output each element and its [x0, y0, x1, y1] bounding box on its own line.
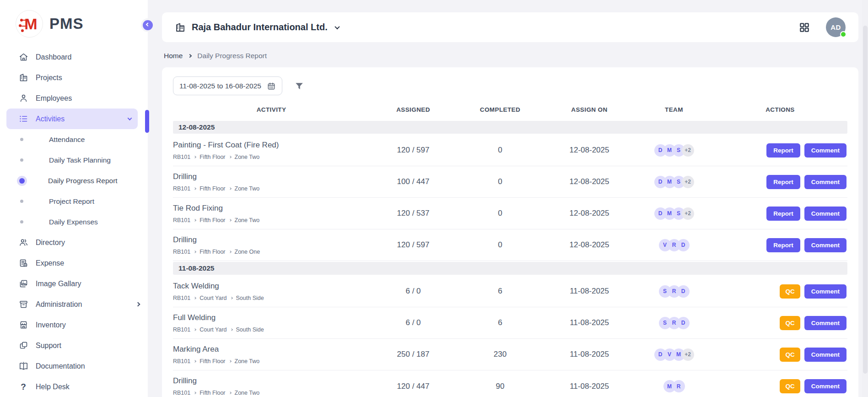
sidebar-subitem-label: Daily Progress Report — [48, 177, 118, 185]
bullet-icon — [20, 158, 23, 162]
sidebar-item-dashboard[interactable]: Dashboard — [0, 47, 148, 67]
date-range-input[interactable]: 11-08-2025 to 16-08-2025 — [173, 76, 282, 95]
sidebar-subitem-daily-task-planning[interactable]: Daily Task Planning — [0, 150, 148, 170]
assign-on-value: 11-08-2025 — [544, 350, 635, 359]
chevron-right-icon — [229, 156, 232, 158]
team-avatars[interactable]: M R — [635, 380, 713, 392]
path-segment: RB101 — [173, 295, 190, 301]
team-avatars[interactable]: S R D — [635, 285, 713, 298]
table-row: Drilling RB101 Fifth Floor Zone One 120 … — [173, 229, 847, 261]
sidebar-item-image-gallery[interactable]: Image Gallary — [0, 273, 148, 294]
activity-path: RB101 Fifth Floor Zone Two — [173, 390, 370, 396]
online-status-dot — [840, 31, 846, 38]
sidebar-subitem-daily-expenses[interactable]: Daily Expenses — [0, 212, 148, 232]
sidebar: M PMS Dashboard Projects Employees — [0, 0, 148, 397]
comment-button[interactable]: Comment — [804, 284, 846, 299]
filter-funnel-icon[interactable] — [294, 81, 304, 91]
list-icon — [18, 114, 28, 124]
chevron-right-icon — [194, 187, 196, 190]
path-segment: Court Yard — [199, 326, 226, 333]
activity-path: RB101 Fifth Floor Zone One — [173, 249, 370, 255]
sidebar-item-label: Employees — [36, 94, 72, 103]
sidebar-item-directory[interactable]: Directory — [0, 232, 148, 253]
chevron-down-icon — [334, 24, 340, 29]
progress-table: ACTIVITY ASSIGNED COMPLETED ASSIGN ON TE… — [173, 99, 847, 397]
chevron-right-icon — [194, 156, 196, 158]
active-bullet-icon — [19, 178, 25, 184]
top-header-bar: Raja Bahadur International Ltd. AD — [162, 12, 858, 42]
comment-button[interactable]: Comment — [804, 207, 846, 221]
comment-button[interactable]: Comment — [804, 238, 846, 252]
table-row: Marking Area RB101 Fifth Floor Zone Two … — [173, 339, 847, 370]
office-building-icon — [175, 22, 186, 33]
report-button[interactable]: Report — [766, 143, 800, 158]
col-team: TEAM — [635, 106, 713, 113]
assign-on-value: 12-08-2025 — [544, 177, 635, 186]
team-avatars[interactable]: V R D — [635, 239, 713, 251]
col-assigned: ASSIGNED — [370, 106, 457, 113]
report-button[interactable]: Report — [766, 175, 800, 189]
team-avatars[interactable]: D M S +2 — [635, 144, 713, 157]
sidebar-item-support[interactable]: Support — [0, 335, 148, 356]
assigned-value: 120 / 597 — [370, 240, 457, 250]
team-avatars[interactable]: D M S +2 — [635, 176, 713, 188]
comment-button[interactable]: Comment — [804, 316, 846, 330]
chevron-right-icon — [194, 297, 196, 299]
sidebar-item-expense[interactable]: Expense — [0, 253, 148, 273]
col-activity: ACTIVITY — [173, 106, 370, 113]
sidebar-item-projects[interactable]: Projects — [0, 67, 148, 88]
sidebar-item-activities[interactable]: Activities — [6, 109, 138, 129]
path-segment: Zone Two — [235, 358, 260, 364]
report-button[interactable]: Report — [766, 238, 800, 252]
team-avatars[interactable]: D V M +2 — [635, 348, 713, 361]
breadcrumb-home-link[interactable]: Home — [164, 52, 183, 60]
report-button[interactable]: Report — [766, 207, 800, 221]
qc-button[interactable]: QC — [780, 316, 800, 330]
company-selector[interactable]: Raja Bahadur International Ltd. — [175, 22, 339, 33]
page-scrollbar[interactable] — [862, 0, 868, 397]
path-segment: South Side — [236, 326, 264, 333]
table-row: Tack Welding RB101 Court Yard South Side… — [173, 276, 847, 307]
sidebar-subitem-project-report[interactable]: Project Report — [0, 191, 148, 212]
user-menu[interactable]: AD — [826, 17, 846, 37]
bullet-icon — [20, 138, 23, 141]
assigned-value: 6 / 0 — [370, 318, 457, 327]
sidebar-item-administration[interactable]: Administration — [0, 294, 148, 315]
qc-button[interactable]: QC — [780, 348, 800, 362]
question-mark-icon: ? — [18, 382, 28, 392]
sidebar-item-label: Directory — [36, 239, 65, 247]
chevron-right-icon — [230, 297, 233, 299]
comment-button[interactable]: Comment — [804, 379, 846, 393]
path-segment: Zone Two — [235, 154, 260, 160]
comment-button[interactable]: Comment — [804, 143, 846, 158]
sidebar-item-inventory[interactable]: Inventory — [0, 315, 148, 335]
main-area: Raja Bahadur International Ltd. AD Home … — [148, 0, 868, 397]
sidebar-subitem-label: Project Report — [49, 197, 94, 206]
app-name: PMS — [49, 15, 84, 33]
qc-button[interactable]: QC — [780, 379, 800, 393]
sidebar-subitem-daily-progress-report[interactable]: Daily Progress Report — [0, 170, 148, 191]
path-segment: Zone Two — [235, 390, 260, 396]
bullet-icon — [20, 220, 23, 223]
chevron-right-icon — [229, 360, 232, 363]
table-row: Tie Rod Fixing RB101 Fifth Floor Zone Tw… — [173, 198, 847, 229]
sidebar-collapse-button[interactable] — [141, 18, 155, 32]
chevron-right-icon — [194, 328, 196, 331]
sidebar-item-documentation[interactable]: Documentation — [0, 356, 148, 376]
assign-on-value: 11-08-2025 — [544, 382, 635, 391]
scrollbar-thumb[interactable] — [863, 26, 868, 374]
bullet-icon — [20, 200, 23, 203]
team-avatars[interactable]: S R D — [635, 317, 713, 329]
apps-grid-icon[interactable] — [798, 22, 810, 33]
sidebar-item-employees[interactable]: Employees — [0, 88, 148, 109]
sidebar-subitem-attendance[interactable]: Attendance — [0, 129, 148, 150]
qc-button[interactable]: QC — [780, 284, 800, 299]
team-more-chip: +2 — [682, 144, 694, 157]
sidebar-item-help-desk[interactable]: ? Help Desk — [0, 376, 148, 397]
activity-path: RB101 Fifth Floor Zone Two — [173, 358, 370, 364]
comment-button[interactable]: Comment — [804, 175, 846, 189]
team-avatars[interactable]: D M S +2 — [635, 207, 713, 220]
activity-path: RB101 Fifth Floor Zone Two — [173, 154, 370, 160]
comment-button[interactable]: Comment — [804, 348, 846, 362]
sidebar-nav: Dashboard Projects Employees Activities … — [0, 44, 148, 397]
